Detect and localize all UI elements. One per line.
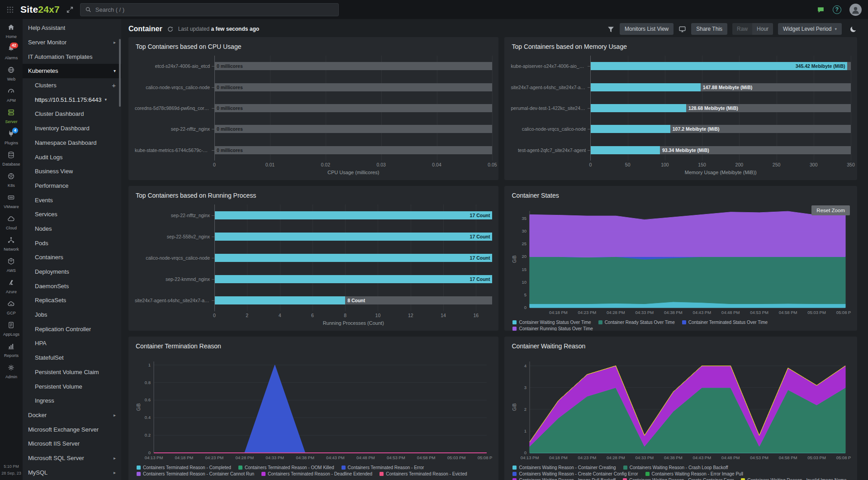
bar-row[interactable]: 17 Count xyxy=(214,269,492,290)
sidebar-scrollbar[interactable] xyxy=(119,39,121,107)
sidebar-item-business-view[interactable]: Business View xyxy=(23,164,121,179)
sidebar-item-clusters[interactable]: Clusters+ xyxy=(23,78,121,93)
rail-item-aws[interactable]: AWS xyxy=(2,255,20,276)
sidebar-item-persistent-volume[interactable]: Persistent Volume xyxy=(23,379,121,394)
legend-item[interactable]: Containers Terminated Reason - Error xyxy=(342,465,424,470)
sidebar-item-microsoft-exchange-server[interactable]: Microsoft Exchange Server xyxy=(23,422,121,437)
sidebar-item-statefulset[interactable]: StatefulSet xyxy=(23,351,121,365)
sidebar-item-https-10-51-51-175-6443[interactable]: https://10.51.51.175:6443▾ xyxy=(23,92,121,107)
monitors-list-view-button[interactable]: Monitors List View xyxy=(620,23,674,35)
rail-item-server[interactable]: Server xyxy=(2,106,20,127)
bar-row[interactable]: 93.34 Mebibyte (MiB) xyxy=(590,140,851,161)
sidebar-item-daemonsets[interactable]: DaemonSets xyxy=(23,279,121,293)
sidebar-item-microsoft-sql-server[interactable]: Microsoft SQL Server▸ xyxy=(23,451,121,466)
sidebar-item-services[interactable]: Services xyxy=(23,207,121,222)
bar-row[interactable]: 17 Count xyxy=(214,226,492,247)
sidebar-item-replication-controller[interactable]: Replication Controller xyxy=(23,322,121,336)
sidebar-item-replicasets[interactable]: ReplicaSets xyxy=(23,293,121,308)
sidebar-item-containers[interactable]: Containers xyxy=(23,250,121,265)
sidebar-item-ingress[interactable]: Ingress xyxy=(23,394,121,408)
legend-item[interactable]: Containers Waiting Reason - Create Conta… xyxy=(512,471,638,476)
fullscreen-expand-icon[interactable] xyxy=(66,6,74,14)
legend-item[interactable]: Containers Waiting Reason - Error Image … xyxy=(645,471,744,476)
site24x7-logo[interactable]: Site24x7 xyxy=(20,4,60,15)
add-cluster-icon[interactable]: + xyxy=(112,82,116,89)
bar-row[interactable]: 17 Count xyxy=(214,247,492,268)
sidebar-item-it-automation-templates[interactable]: IT Automation Templates xyxy=(23,49,121,64)
user-avatar[interactable] xyxy=(849,4,862,16)
monitor-view-icon[interactable] xyxy=(678,25,686,33)
sidebar-item-persistent-volume-claim[interactable]: Persistent Volume Claim xyxy=(23,365,121,380)
reset-zoom-button[interactable]: Reset Zoom xyxy=(811,205,850,215)
legend-item[interactable]: Containers Terminated Reason - Completed xyxy=(137,465,231,470)
share-this-button[interactable]: Share This xyxy=(691,23,727,35)
bar-row[interactable]: 0 millicores xyxy=(214,56,492,76)
sidebar-item-deployments[interactable]: Deployments xyxy=(23,265,121,279)
chat-support-icon[interactable] xyxy=(817,6,825,14)
sidebar-item-docker[interactable]: Docker▸ xyxy=(23,408,121,423)
sidebar-item-nodes[interactable]: Nodes xyxy=(23,222,121,236)
bar-row[interactable]: 17 Count xyxy=(214,204,492,226)
bar-row[interactable]: 0 millicores xyxy=(214,76,492,97)
sidebar-item-mysql[interactable]: MySQL▸ xyxy=(23,465,121,480)
help-icon[interactable]: ? xyxy=(833,5,841,14)
legend-item[interactable]: Container Waiting Status Over Time xyxy=(512,320,591,325)
legend-item[interactable]: Container Ready Status Over Time xyxy=(598,320,675,325)
legend-item[interactable]: Container Running Status Over Time xyxy=(512,326,593,331)
sidebar-item-performance[interactable]: Performance xyxy=(23,179,121,193)
dark-mode-moon-icon[interactable] xyxy=(849,25,857,33)
raw-toggle[interactable]: Raw xyxy=(732,23,752,35)
bar-row[interactable]: 107.2 Mebibyte (MiB) xyxy=(590,119,851,139)
legend-item[interactable]: Containers Waiting Reason - Container Cr… xyxy=(512,465,616,470)
sidebar-item-audit-logs[interactable]: Audit Logs xyxy=(23,150,121,164)
rail-item-k8s[interactable]: K8s xyxy=(2,170,20,191)
legend-item[interactable]: Containers Terminated Reason - Evicted xyxy=(379,471,467,476)
apps-grid-icon[interactable] xyxy=(6,6,14,14)
sidebar-item-events[interactable]: Events xyxy=(23,193,121,207)
hour-toggle[interactable]: Hour xyxy=(752,23,773,35)
chart-termination[interactable]: 00.20.40.60.8104:13 PM04:18 PM04:23 PM04… xyxy=(135,355,492,462)
rail-item-azure[interactable]: Azure xyxy=(2,276,20,297)
legend-item[interactable]: Containers Terminated Reason - Deadline … xyxy=(261,471,372,476)
filter-icon[interactable] xyxy=(607,25,615,33)
sidebar-item-kubernetes[interactable]: Kubernetes▾ xyxy=(23,64,121,78)
bar-row[interactable]: 0 millicores xyxy=(214,119,492,139)
legend-item[interactable]: Containers Waiting Reason - Crash Loop B… xyxy=(623,465,728,470)
sidebar-item-cluster-dashboard[interactable]: Cluster Dashboard xyxy=(23,107,121,121)
chart-waiting[interactable]: 0123404:13 PM04:18 PM04:23 PM04:28 PM04:… xyxy=(511,355,851,462)
rail-item-plugins[interactable]: Plugins4 xyxy=(2,127,20,148)
rail-item-reports[interactable]: Reports xyxy=(2,340,20,361)
refresh-icon[interactable] xyxy=(167,26,174,33)
legend-item[interactable]: Containers Waiting Reason - Image Pull B… xyxy=(512,478,615,480)
legend-item[interactable]: Container Terminated Status Over Time xyxy=(682,320,768,325)
rail-item-gcp[interactable]: GCP xyxy=(2,297,20,318)
sidebar-item-namespace-dashboard[interactable]: Namespace Dashboard xyxy=(23,136,121,150)
rail-item-applogs[interactable]: AppLogs xyxy=(2,318,20,340)
rail-item-web[interactable]: Web xyxy=(2,63,20,85)
bar-row[interactable]: 128.68 Mebibyte (MiB) xyxy=(590,98,851,119)
rail-item-network[interactable]: Network xyxy=(2,233,20,255)
sidebar-item-jobs[interactable]: Jobs xyxy=(23,308,121,322)
rail-item-apm[interactable]: APM xyxy=(2,85,20,106)
legend-item[interactable]: Containers Waiting Reason - Invalid Imag… xyxy=(741,478,846,480)
rail-item-admin[interactable]: Admin xyxy=(2,361,20,382)
sidebar-item-microsoft-iis-server[interactable]: Microsoft IIS Server xyxy=(23,437,121,451)
sidebar-item-server-monitor[interactable]: Server Monitor▸ xyxy=(23,35,121,50)
sidebar-item-inventory-dashboard[interactable]: Inventory Dashboard xyxy=(23,121,121,136)
sidebar-item-hpa[interactable]: HPA xyxy=(23,336,121,351)
bar-row[interactable]: 8 Count xyxy=(214,290,492,311)
bar-row[interactable]: 0 millicores xyxy=(214,98,492,119)
rail-item-database[interactable]: Database xyxy=(2,148,20,170)
bar-row[interactable]: 345.42 Mebibyte (MiB) xyxy=(590,56,851,76)
rail-item-cloud[interactable]: Cloud xyxy=(2,212,20,233)
rail-item-vmware[interactable]: VMware xyxy=(2,191,20,212)
legend-item[interactable]: Containers Waiting Reason - Create Conta… xyxy=(623,478,734,480)
widget-level-period-dropdown[interactable]: Widget Level Period ▾ xyxy=(778,23,842,35)
chart-states[interactable]: 0510152025303504:18 PM04:23 PM04:28 PM04… xyxy=(511,204,851,317)
rail-item-alarms[interactable]: Alarms42 xyxy=(2,42,20,63)
sidebar-item-pods[interactable]: Pods xyxy=(23,236,121,250)
rail-item-home[interactable]: Home xyxy=(2,21,20,42)
search-input[interactable]: Search ( / ) xyxy=(80,3,339,16)
legend-item[interactable]: Containers Terminated Reason - OOM Kille… xyxy=(238,465,334,470)
legend-item[interactable]: Containers Terminated Reason - Container… xyxy=(137,471,254,476)
